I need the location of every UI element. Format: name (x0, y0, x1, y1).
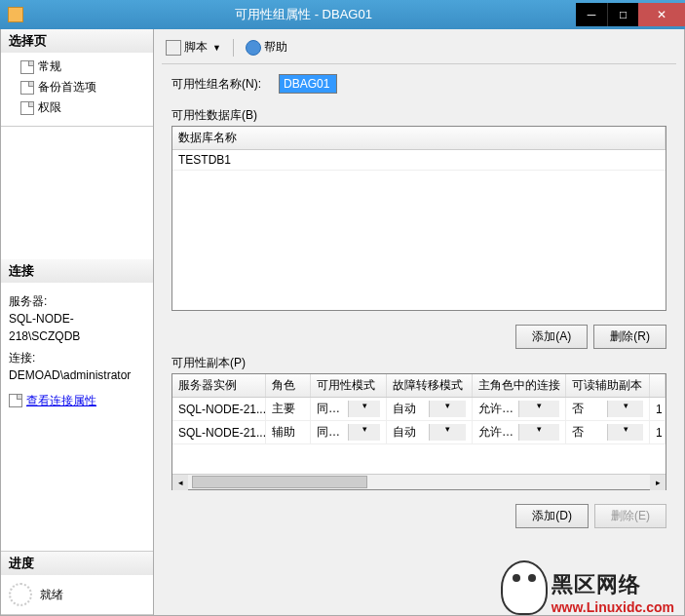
scroll-right-arrow[interactable]: ▸ (650, 475, 666, 490)
sidebar-item-backup[interactable]: 备份首选项 (1, 77, 153, 97)
progress-header: 进度 (1, 552, 153, 575)
cell-role: 主要 (266, 398, 311, 420)
cell-primary-conn[interactable]: 允许所有...▾ (473, 421, 566, 443)
content: 脚本 ▼ 帮助 可用性组名称(N): 可用性数据库(B) 数据库名称 TESTD… (154, 29, 684, 615)
cell-mode[interactable]: 同步...▾ (311, 398, 387, 420)
sidebar-item-label: 权限 (38, 99, 61, 116)
databases-grid[interactable]: 数据库名称 TESTDB1 (171, 126, 666, 311)
chevron-down-icon[interactable]: ▾ (518, 401, 559, 417)
chevron-down-icon[interactable]: ▾ (429, 424, 466, 441)
watermark: 黑区网络 www.Linuxidc.com (501, 560, 674, 615)
watermark-title: 黑区网络 (552, 570, 674, 599)
penguin-icon (501, 560, 548, 615)
col-primary-conn[interactable]: 主角色中的连接 (473, 374, 566, 397)
help-icon (246, 40, 261, 56)
script-icon (166, 40, 181, 56)
cell-readable[interactable]: 否▾ (566, 421, 650, 443)
page-icon (20, 101, 34, 115)
cell-mode[interactable]: 同步...▾ (311, 421, 387, 443)
chevron-down-icon[interactable]: ▾ (348, 401, 380, 417)
chevron-down-icon[interactable]: ▾ (607, 401, 643, 417)
chevron-down-icon[interactable]: ▾ (518, 424, 559, 441)
scroll-thumb[interactable] (192, 476, 367, 488)
progress-status: 就绪 (40, 587, 63, 603)
db-col-name[interactable]: 数据库名称 (172, 127, 666, 149)
databases-label: 可用性数据库(B) (171, 107, 666, 124)
spinner-icon (9, 583, 32, 606)
server-value: SQL-NODE-218\SCZQDB (9, 310, 145, 345)
sidebar-item-label: 备份首选项 (38, 79, 96, 96)
table-row[interactable]: SQL-NODE-21... 主要 同步...▾ 自动▾ 允许所有...▾ 否▾… (172, 398, 666, 421)
conn-label: 连接: (9, 349, 145, 366)
maximize-button[interactable]: □ (607, 3, 638, 26)
connection-header: 连接 (1, 259, 153, 283)
app-icon (8, 7, 23, 22)
conn-value: DEMOAD\administrator (9, 366, 145, 384)
cell-extra: 1 (650, 421, 666, 443)
db-add-button[interactable]: 添加(A) (515, 325, 588, 349)
page-icon (20, 81, 34, 95)
db-delete-button[interactable]: 删除(R) (593, 325, 666, 349)
cell-primary-conn[interactable]: 允许所有...▾ (473, 398, 566, 420)
replica-add-button[interactable]: 添加(D) (515, 504, 589, 528)
help-button[interactable]: 帮助 (242, 37, 291, 58)
chevron-down-icon[interactable]: ▾ (429, 401, 466, 417)
separator (233, 39, 234, 57)
view-connection-link[interactable]: 查看连接属性 (9, 392, 96, 409)
link-icon (9, 394, 22, 407)
horizontal-scrollbar[interactable]: ◂ ▸ (172, 474, 666, 489)
table-row[interactable]: SQL-NODE-21... 辅助 同步...▾ 自动▾ 允许所有...▾ 否▾… (172, 421, 666, 444)
page-icon (20, 60, 34, 74)
replicas-grid[interactable]: 服务器实例 角色 可用性模式 故障转移模式 主角色中的连接 可读辅助副本 SQL… (172, 374, 666, 474)
window-title: 可用性组属性 - DBAG01 (31, 6, 576, 23)
cell-instance: SQL-NODE-21... (172, 398, 266, 420)
cell-extra: 1 (650, 398, 666, 420)
select-page-header: 选择页 (1, 29, 153, 53)
table-row[interactable]: TESTDB1 (172, 150, 666, 171)
chevron-down-icon[interactable]: ▾ (348, 424, 380, 441)
cell-failover[interactable]: 自动▾ (387, 421, 473, 443)
col-failover[interactable]: 故障转移模式 (387, 374, 473, 397)
replicas-label: 可用性副本(P) (171, 355, 666, 371)
db-name-cell: TESTDB1 (172, 150, 237, 170)
sidebar-item-label: 常规 (38, 58, 61, 75)
titlebar: 可用性组属性 - DBAG01 ─ □ ✕ (0, 0, 685, 29)
toolbar: 脚本 ▼ 帮助 (162, 35, 676, 64)
col-role[interactable]: 角色 (266, 374, 311, 397)
cell-failover[interactable]: 自动▾ (387, 398, 473, 420)
ag-name-input[interactable] (279, 74, 337, 94)
cell-instance: SQL-NODE-21... (172, 421, 266, 443)
scroll-left-arrow[interactable]: ◂ (172, 475, 188, 490)
cell-role: 辅助 (266, 421, 311, 443)
cell-readable[interactable]: 否▾ (566, 398, 650, 420)
sidebar-item-general[interactable]: 常规 (1, 57, 153, 77)
chevron-down-icon[interactable]: ▾ (607, 424, 643, 441)
col-instance[interactable]: 服务器实例 (172, 374, 266, 397)
col-mode[interactable]: 可用性模式 (311, 374, 387, 397)
col-extra[interactable] (650, 374, 666, 397)
ag-name-label: 可用性组名称(N): (171, 76, 279, 93)
watermark-url: www.Linuxidc.com (552, 599, 674, 615)
sidebar-item-permissions[interactable]: 权限 (1, 97, 153, 118)
server-label: 服务器: (9, 292, 145, 310)
minimize-button[interactable]: ─ (576, 3, 607, 26)
sidebar: 选择页 常规 备份首选项 权限 连接 服务器: SQL-NODE-218\SCZ… (1, 29, 154, 615)
chevron-down-icon: ▼ (212, 43, 221, 53)
replica-delete-button: 删除(E) (594, 504, 666, 528)
script-button[interactable]: 脚本 ▼ (162, 37, 225, 58)
col-readable[interactable]: 可读辅助副本 (566, 374, 650, 397)
close-button[interactable]: ✕ (638, 3, 685, 26)
